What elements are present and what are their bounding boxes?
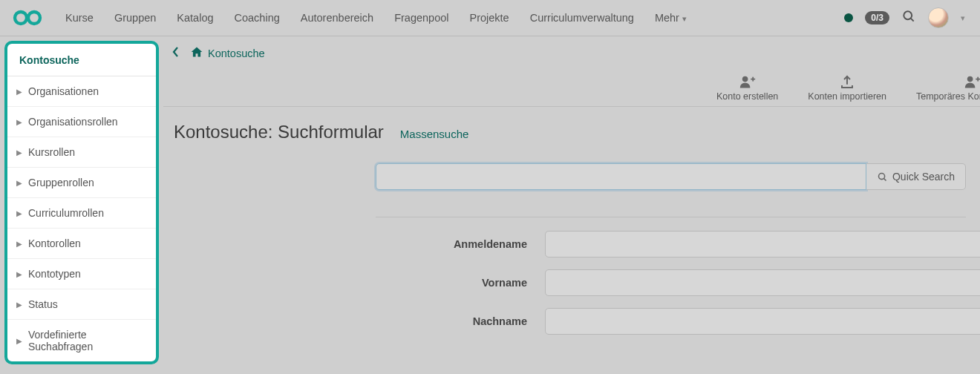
- login-label: Anmeldename: [174, 238, 545, 250]
- sidebar: Kontosuche ▶Organisationen ▶Organisation…: [4, 41, 159, 364]
- sidebar-item-label: Curriculumrollen: [28, 207, 104, 219]
- sidebar-item-label: Organisationsrollen: [28, 116, 118, 128]
- svg-point-1: [28, 12, 40, 24]
- quick-search-row: Quick Search: [376, 163, 966, 190]
- form-row-lastname: Nachname: [174, 308, 980, 335]
- sidebar-title[interactable]: Kontosuche: [7, 44, 156, 76]
- notification-badge[interactable]: 0/3: [865, 11, 889, 24]
- firstname-label: Vorname: [174, 277, 545, 289]
- sidebar-item-label: Vordefinierte Suchabfragen: [28, 329, 147, 352]
- action-label: Konto erstellen: [716, 91, 778, 102]
- sidebar-item-vordefinierte[interactable]: ▶Vordefinierte Suchabfragen: [7, 320, 156, 361]
- nav-projekte[interactable]: Projekte: [459, 1, 519, 35]
- svg-rect-9: [978, 77, 979, 82]
- nav-autorenbereich[interactable]: Autorenbereich: [290, 1, 384, 35]
- sidebar-item-status[interactable]: ▶Status: [7, 289, 156, 320]
- breadcrumb-bar: Kontosuche: [163, 36, 980, 70]
- caret-right-icon: ▶: [16, 88, 22, 96]
- nav-katalog[interactable]: Katalog: [166, 1, 223, 35]
- main-area: Kontosuche Konto erstellen Konten import…: [163, 36, 980, 374]
- svg-point-7: [967, 76, 973, 82]
- topbar-right: 0/3 ▾: [844, 7, 973, 28]
- sidebar-item-organisationsrollen[interactable]: ▶Organisationsrollen: [7, 107, 156, 137]
- create-account-button[interactable]: Konto erstellen: [716, 75, 778, 102]
- sidebar-item-kontorollen[interactable]: ▶Kontorollen: [7, 229, 156, 259]
- caret-right-icon: ▶: [16, 337, 22, 345]
- sidebar-item-label: Kontotypen: [28, 268, 81, 280]
- sidebar-item-kursrollen[interactable]: ▶Kursrollen: [7, 137, 156, 168]
- svg-point-2: [904, 11, 912, 19]
- firstname-input[interactable]: [545, 269, 980, 296]
- action-label: Temporäres Konto erstellen: [916, 91, 980, 102]
- create-temp-account-button[interactable]: Temporäres Konto erstellen: [916, 75, 980, 102]
- search-icon: [877, 171, 888, 183]
- form-row-firstname: Vorname: [174, 269, 980, 296]
- content-area: ❓ Hilfe Kontosuche: Suchformular Massens…: [163, 107, 980, 347]
- avatar[interactable]: [928, 7, 949, 28]
- page-title: Kontosuche: Suchformular: [174, 122, 384, 142]
- breadcrumb-current[interactable]: Kontosuche: [208, 47, 265, 59]
- sidebar-item-kontotypen[interactable]: ▶Kontotypen: [7, 259, 156, 289]
- quick-search-input[interactable]: [376, 163, 866, 190]
- login-input[interactable]: [545, 231, 980, 257]
- svg-point-0: [15, 12, 27, 24]
- bulk-search-link[interactable]: Massensuche: [400, 128, 469, 140]
- caret-right-icon: ▶: [16, 148, 22, 157]
- import-accounts-button[interactable]: Konten importieren: [808, 75, 886, 102]
- quick-search-button[interactable]: Quick Search: [866, 163, 966, 190]
- top-navbar: Kurse Gruppen Katalog Coaching Autorenbe…: [0, 0, 980, 36]
- lastname-label: Nachname: [174, 315, 545, 327]
- svg-point-4: [742, 76, 748, 82]
- svg-line-3: [911, 19, 914, 22]
- sidebar-item-label: Organisationen: [28, 85, 99, 97]
- back-button[interactable]: [172, 47, 180, 60]
- nav-more[interactable]: Mehr▾: [644, 1, 697, 35]
- sidebar-item-label: Status: [28, 298, 58, 310]
- sidebar-item-curriculumrollen[interactable]: ▶Curriculumrollen: [7, 198, 156, 229]
- status-dot-icon[interactable]: [844, 13, 853, 22]
- home-icon[interactable]: [190, 46, 203, 61]
- main-nav: Kurse Gruppen Katalog Coaching Autorenbe…: [55, 1, 697, 35]
- sidebar-item-label: Kursrollen: [28, 146, 75, 158]
- caret-right-icon: ▶: [16, 270, 22, 278]
- nav-kurse[interactable]: Kurse: [55, 1, 104, 35]
- svg-point-10: [878, 173, 884, 179]
- sidebar-wrap: Kontosuche ▶Organisationen ▶Organisation…: [0, 36, 163, 374]
- svg-line-11: [883, 178, 886, 180]
- svg-rect-6: [752, 77, 754, 82]
- caret-right-icon: ▶: [16, 301, 22, 309]
- action-toolbar: Konto erstellen Konten importieren Tempo…: [163, 70, 980, 107]
- lastname-input[interactable]: [545, 308, 980, 335]
- form-row-login: Anmeldename: [174, 231, 980, 257]
- nav-curriculumverwaltung[interactable]: Curriculumverwaltung: [520, 1, 644, 35]
- divider: [376, 217, 966, 217]
- user-menu-chevron-icon[interactable]: ▾: [961, 13, 965, 23]
- caret-right-icon: ▶: [16, 209, 22, 217]
- sidebar-item-gruppenrollen[interactable]: ▶Gruppenrollen: [7, 168, 156, 198]
- caret-right-icon: ▶: [16, 240, 22, 248]
- chevron-down-icon: ▾: [682, 14, 687, 23]
- nav-gruppen[interactable]: Gruppen: [104, 1, 166, 35]
- sidebar-item-label: Kontorollen: [28, 237, 81, 249]
- nav-coaching[interactable]: Coaching: [224, 1, 290, 35]
- search-icon[interactable]: [901, 9, 916, 27]
- caret-right-icon: ▶: [16, 118, 22, 126]
- sidebar-item-label: Gruppenrollen: [28, 177, 94, 188]
- sidebar-item-organisationen[interactable]: ▶Organisationen: [7, 76, 156, 107]
- logo-icon[interactable]: [7, 9, 49, 27]
- nav-fragenpool[interactable]: Fragenpool: [384, 1, 459, 35]
- caret-right-icon: ▶: [16, 179, 22, 187]
- action-label: Konten importieren: [808, 91, 886, 102]
